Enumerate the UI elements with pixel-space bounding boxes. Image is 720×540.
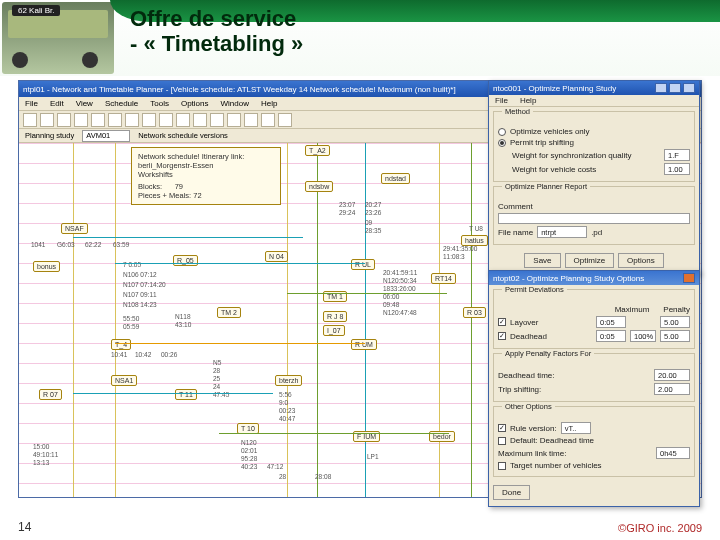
pf-tripshift-input[interactable]: 2.00	[654, 383, 690, 395]
optimize-options-dialog[interactable]: ntopt02 - Optimize Planning Study Option…	[488, 270, 700, 507]
menu-file[interactable]: File	[25, 99, 38, 108]
link-line	[115, 343, 365, 344]
check-layover[interactable]	[498, 318, 506, 326]
dlg1-menu-help[interactable]: Help	[520, 96, 536, 105]
data-label: 06:00	[383, 293, 399, 300]
done-button[interactable]: Done	[493, 485, 530, 500]
network-node[interactable]: T 11	[175, 389, 197, 400]
menu-edit[interactable]: Edit	[50, 99, 64, 108]
toolbar-button[interactable]	[91, 113, 105, 127]
data-label: 5:56	[279, 391, 292, 398]
network-node[interactable]: I_07	[323, 325, 345, 336]
subbar-label: Network schedule versions	[138, 131, 228, 140]
network-node[interactable]: NSA1	[111, 375, 137, 386]
options-button[interactable]: Options	[618, 253, 664, 268]
info-box: Network schedule! Itinerary link: berli_…	[131, 147, 281, 205]
toolbar-button[interactable]	[193, 113, 207, 127]
toolbar-button[interactable]	[23, 113, 37, 127]
menu-help[interactable]: Help	[261, 99, 277, 108]
menu-tools[interactable]: Tools	[150, 99, 169, 108]
network-node[interactable]: ndsbw	[305, 181, 333, 192]
toolbar-button[interactable]	[125, 113, 139, 127]
data-label: 00:26	[161, 351, 177, 358]
network-node[interactable]: R J 8	[323, 311, 347, 322]
network-node[interactable]: R_05	[173, 255, 198, 266]
toolbar-button[interactable]	[210, 113, 224, 127]
network-node[interactable]: RT14	[431, 273, 456, 284]
menu-schedule[interactable]: Schedule	[105, 99, 138, 108]
network-node[interactable]: T_A2	[305, 145, 330, 156]
data-label: 49:10:11	[33, 451, 58, 458]
minimize-icon[interactable]	[655, 83, 667, 93]
optimize-button[interactable]: Optimize	[565, 253, 615, 268]
weight-vehicle-input[interactable]: 1.00	[664, 163, 690, 175]
col-header: Maximum	[615, 305, 650, 314]
data-label: 29:24	[339, 209, 355, 216]
info-value: 79	[175, 182, 183, 191]
toolbar-button[interactable]	[159, 113, 173, 127]
menu-view[interactable]: View	[76, 99, 93, 108]
toolbar-button[interactable]	[176, 113, 190, 127]
data-label: 1041	[31, 241, 45, 248]
deadhead-pct-input[interactable]: 100%	[630, 330, 656, 342]
menu-window[interactable]: Window	[221, 99, 249, 108]
save-button[interactable]: Save	[524, 253, 560, 268]
toolbar-button[interactable]	[40, 113, 54, 127]
radio-optimize-vehicles[interactable]	[498, 128, 506, 136]
network-node[interactable]: NSAF	[61, 223, 88, 234]
other-options-group: Other Options Rule version:vT.. Default:…	[493, 406, 695, 477]
toolbar-button[interactable]	[261, 113, 275, 127]
toolbar-button[interactable]	[227, 113, 241, 127]
file-ext: .pd	[591, 228, 602, 237]
dialog1-titlebar[interactable]: ntoc001 - Optimize Planning Study	[489, 81, 699, 95]
data-label: 28:35	[365, 227, 381, 234]
pf-deadhead-input[interactable]: 20.00	[654, 369, 690, 381]
dialog2-titlebar[interactable]: ntopt02 - Optimize Planning Study Option…	[489, 271, 699, 285]
toolbar-button[interactable]	[278, 113, 292, 127]
check-default-deadhead[interactable]	[498, 437, 506, 445]
dlg1-menu-file[interactable]: File	[495, 96, 508, 105]
toolbar-button[interactable]	[244, 113, 258, 127]
network-node[interactable]: bterzh	[275, 375, 302, 386]
network-node[interactable]: R 07	[39, 389, 62, 400]
link-line	[219, 433, 449, 434]
check-deadhead[interactable]	[498, 332, 506, 340]
dialog1-title: ntoc001 - Optimize Planning Study	[493, 84, 616, 93]
network-node[interactable]: bonus	[33, 261, 60, 272]
canvas-vline	[287, 143, 288, 497]
network-node[interactable]: R 03	[463, 307, 486, 318]
rule-version-input[interactable]: vT..	[561, 422, 591, 434]
planning-study-field[interactable]: AVM01	[82, 130, 130, 142]
check-target-vehicles[interactable]	[498, 462, 506, 470]
data-label: 23:26	[365, 209, 381, 216]
layover-max-input[interactable]: 0:05	[596, 316, 626, 328]
data-label: 1833:26:00	[383, 285, 416, 292]
radio-permit-trip-shifting[interactable]	[498, 139, 506, 147]
weight-sync-input[interactable]: 1.F	[664, 149, 690, 161]
canvas-vline	[115, 143, 116, 497]
network-node[interactable]: R UL	[351, 259, 375, 270]
deadhead-pen-input[interactable]: 5.00	[660, 330, 690, 342]
network-node[interactable]: TM 2	[217, 307, 241, 318]
max-link-input[interactable]: 0h45	[656, 447, 690, 459]
data-label: 29:41:35:00	[443, 245, 477, 252]
maximize-icon[interactable]	[669, 83, 681, 93]
toolbar-button[interactable]	[142, 113, 156, 127]
menu-options[interactable]: Options	[181, 99, 209, 108]
optimize-study-dialog[interactable]: ntoc001 - Optimize Planning Study File H…	[488, 80, 700, 275]
toolbar-button[interactable]	[108, 113, 122, 127]
network-node[interactable]: ndstad	[381, 173, 410, 184]
page-number: 14	[18, 520, 31, 534]
layover-pen-input[interactable]: 5.00	[660, 316, 690, 328]
close-icon[interactable]	[683, 273, 695, 283]
toolbar-button[interactable]	[74, 113, 88, 127]
deadhead-max-input[interactable]: 0:05	[596, 330, 626, 342]
toolbar-button[interactable]	[57, 113, 71, 127]
comment-input[interactable]	[498, 213, 690, 224]
close-icon[interactable]	[683, 83, 695, 93]
check-rule-version[interactable]	[498, 424, 506, 432]
network-node[interactable]: R UM	[351, 339, 377, 350]
filename-input[interactable]: ntrpt	[537, 226, 587, 238]
network-node[interactable]: N 04	[265, 251, 288, 262]
network-node[interactable]: T_4	[111, 339, 131, 350]
